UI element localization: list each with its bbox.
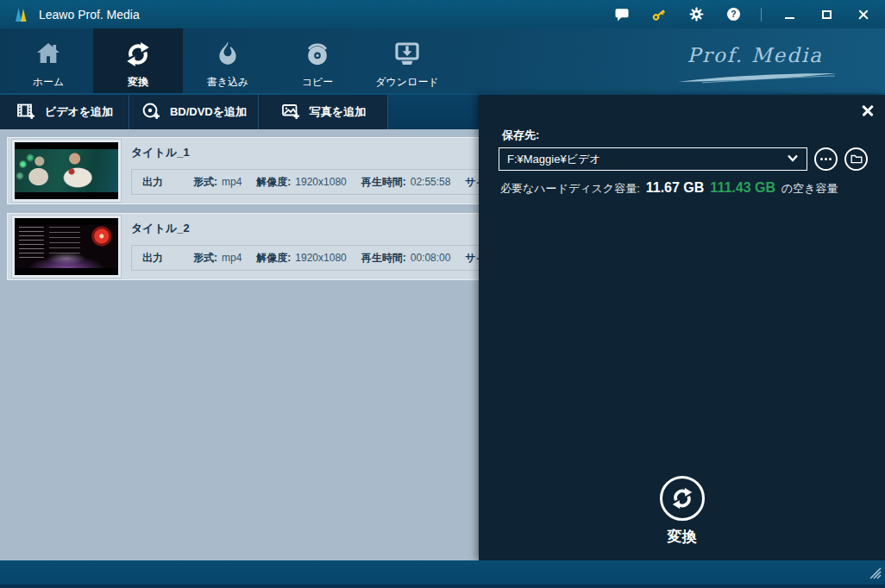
convert-button[interactable]: 変換 (479, 476, 885, 547)
tab-burn[interactable]: 書き込み (183, 28, 273, 93)
message-icon[interactable] (612, 5, 631, 24)
chevron-down-icon (787, 153, 799, 166)
copy-icon (302, 40, 333, 69)
open-folder-button[interactable] (844, 147, 868, 171)
maximize-button[interactable] (817, 5, 836, 24)
minimize-button[interactable] (780, 5, 799, 24)
app-title: Leawo Prof. Media (39, 8, 140, 22)
convert-icon (660, 476, 705, 521)
svg-text:?: ? (731, 9, 736, 19)
required-capacity-value: 11.67 GB (646, 180, 705, 196)
tab-label: ダウンロード (375, 75, 438, 90)
app-window: Leawo Prof. Media (0, 0, 885, 588)
brand-logo: Prof. Media (687, 44, 823, 66)
add-photo-label: 写真を追加 (310, 104, 366, 120)
folder-icon (850, 152, 863, 167)
browse-button[interactable] (814, 147, 838, 171)
statusbar (0, 560, 885, 588)
save-path-select[interactable]: F:¥Maggie¥ビデオ (499, 147, 807, 171)
close-button[interactable] (854, 5, 873, 24)
titlebar: Leawo Prof. Media (0, 0, 885, 28)
burn-icon (212, 40, 243, 69)
download-icon (392, 40, 423, 69)
tab-label: ホーム (33, 75, 65, 90)
add-photo-icon (280, 101, 301, 124)
resize-grip[interactable] (868, 566, 882, 583)
output-drawer: 保存先: F:¥Maggie¥ビデオ (479, 95, 885, 560)
add-bddvd-icon (141, 101, 161, 124)
save-destination-label: 保存先: (502, 128, 539, 143)
add-bddvd-label: BD/DVDを追加 (170, 104, 247, 120)
main-area: ビデオを追加 BD/DVDを追加 (0, 93, 885, 560)
convert-button-label: 変換 (668, 527, 697, 547)
disk-capacity-row: 必要なハードディスク容量: 11.67 GB 111.43 GB の空き容量 (500, 180, 838, 197)
ellipsis-icon (820, 158, 823, 160)
required-capacity-label: 必要なハードディスク容量: (500, 181, 640, 197)
brand-swoosh (676, 72, 840, 87)
key-icon[interactable] (650, 5, 668, 24)
convert-icon (122, 40, 154, 69)
tab-label: 変換 (128, 75, 148, 90)
help-icon[interactable]: ? (724, 5, 743, 24)
tab-home[interactable]: ホーム (3, 28, 93, 93)
add-video-label: ビデオを追加 (45, 104, 113, 120)
video-thumbnail (11, 215, 122, 278)
save-path-value: F:¥Maggie¥ビデオ (507, 152, 787, 167)
free-capacity-suffix: の空き容量 (781, 181, 838, 197)
app-logo-icon (12, 6, 31, 23)
tab-download[interactable]: ダウンロード (362, 28, 452, 93)
video-thumbnail (11, 139, 122, 203)
add-bddvd-button[interactable]: BD/DVDを追加 (129, 95, 259, 129)
tab-label: 書き込み (207, 75, 249, 90)
add-video-icon (16, 101, 36, 124)
drawer-close-icon[interactable] (860, 103, 876, 119)
tab-convert[interactable]: 変換 (93, 28, 183, 93)
tab-label: コピー (302, 75, 334, 90)
titlebar-separator (761, 8, 762, 22)
tab-copy[interactable]: コピー (273, 28, 362, 93)
home-icon (33, 40, 64, 69)
gear-icon[interactable] (687, 5, 706, 24)
add-video-button[interactable]: ビデオを追加 (0, 95, 129, 129)
free-capacity-value: 111.43 GB (710, 180, 775, 196)
add-photo-button[interactable]: 写真を追加 (259, 95, 388, 129)
main-nav: ホーム 変換 書き込み (0, 28, 885, 93)
